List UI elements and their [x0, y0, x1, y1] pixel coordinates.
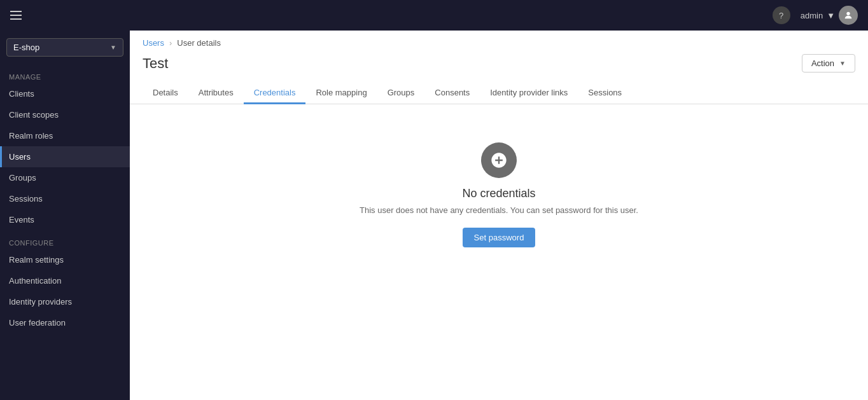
tab-identity-provider-links[interactable]: Identity provider links: [480, 83, 578, 104]
main-content: Users › User details Test Action ▼ Detai…: [130, 31, 868, 400]
sidebar-item-clients[interactable]: Clients: [0, 83, 130, 104]
tab-consents[interactable]: Consents: [424, 83, 480, 104]
sidebar-item-users[interactable]: Users: [0, 146, 130, 167]
sidebar-item-realm-roles[interactable]: Realm roles: [0, 125, 130, 146]
sidebar-item-identity-providers[interactable]: Identity providers: [0, 291, 130, 312]
layout: E-shop ▼ Manage Clients Client scopes Re…: [0, 31, 868, 400]
page-header: Test Action ▼: [130, 48, 868, 72]
topbar: ? admin ▼: [0, 0, 868, 31]
breadcrumb-current: User details: [177, 38, 221, 48]
no-credentials-desc: This user does not have any credentials.…: [360, 205, 638, 215]
set-password-button[interactable]: Set password: [463, 228, 536, 247]
tab-role-mapping[interactable]: Role mapping: [305, 83, 377, 104]
manage-section-label: Manage: [0, 64, 130, 83]
tab-details[interactable]: Details: [143, 83, 188, 104]
no-credentials-icon: [481, 142, 517, 178]
sidebar-item-client-scopes[interactable]: Client scopes: [0, 104, 130, 125]
realm-caret-icon: ▼: [110, 44, 116, 51]
tab-groups[interactable]: Groups: [377, 83, 425, 104]
sidebar: E-shop ▼ Manage Clients Client scopes Re…: [0, 31, 130, 400]
realm-label: E-shop: [13, 43, 39, 52]
user-caret-icon: ▼: [827, 11, 835, 20]
sidebar-item-events[interactable]: Events: [0, 209, 130, 230]
sidebar-item-groups[interactable]: Groups: [0, 167, 130, 188]
action-caret-icon: ▼: [839, 60, 846, 67]
topbar-right: ? admin ▼: [773, 6, 858, 25]
action-button[interactable]: Action ▼: [802, 54, 855, 72]
sidebar-item-realm-settings[interactable]: Realm settings: [0, 249, 130, 270]
no-credentials-title: No credentials: [462, 187, 535, 200]
user-label: admin: [801, 11, 823, 20]
sidebar-item-authentication[interactable]: Authentication: [0, 270, 130, 291]
tab-attributes[interactable]: Attributes: [188, 83, 244, 104]
tab-credentials[interactable]: Credentials: [244, 83, 306, 104]
sidebar-item-user-federation[interactable]: User federation: [0, 312, 130, 333]
breadcrumb-separator: ›: [169, 38, 172, 48]
page-title: Test: [143, 55, 168, 72]
hamburger-menu[interactable]: [10, 11, 22, 20]
tabs: Details Attributes Credentials Role mapp…: [130, 72, 868, 104]
sidebar-item-sessions[interactable]: Sessions: [0, 188, 130, 209]
breadcrumb-users-link[interactable]: Users: [143, 38, 164, 48]
svg-point-0: [846, 12, 850, 15]
realm-selector[interactable]: E-shop ▼: [6, 38, 123, 57]
avatar: [839, 6, 858, 25]
configure-section-label: Configure: [0, 230, 130, 249]
tab-sessions[interactable]: Sessions: [578, 83, 632, 104]
breadcrumb: Users › User details: [130, 31, 868, 48]
action-label: Action: [811, 59, 834, 68]
user-menu[interactable]: admin ▼: [801, 6, 858, 25]
topbar-left: [10, 11, 22, 20]
help-icon[interactable]: ?: [773, 6, 790, 24]
credentials-content: No credentials This user does not have a…: [130, 104, 868, 273]
